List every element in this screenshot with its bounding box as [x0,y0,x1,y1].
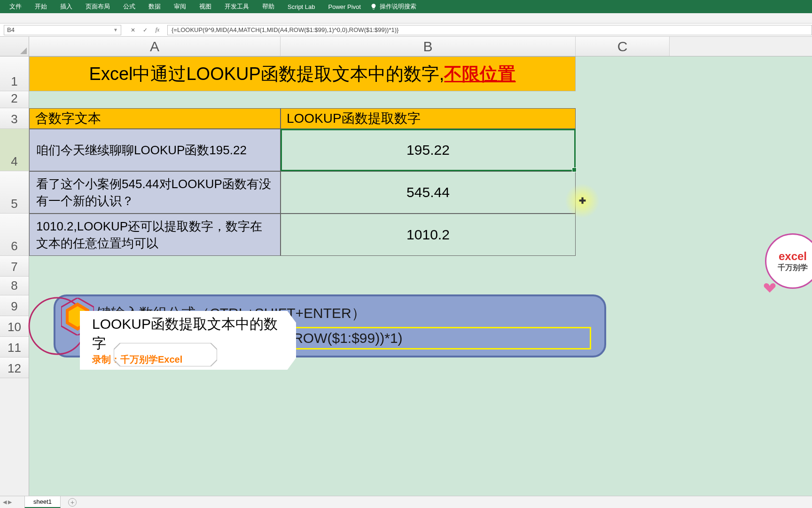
title-black: Excel中通过LOOKUP函数提取文本中的数字, [89,62,445,86]
ribbon-tab-file[interactable]: 文件 [3,0,28,13]
header-B3[interactable]: LOOKUP函数提取数字 [281,108,576,129]
title-red: 不限位置 [444,62,515,86]
cell-B5[interactable]: 545.44 [281,171,576,214]
ribbon-tab-devtools[interactable]: 开发工具 [218,0,256,13]
row-header-6[interactable]: 6 [0,214,29,256]
ribbon-tab-help[interactable]: 帮助 [256,0,281,13]
column-headers: A B C [0,37,812,56]
ribbon-menu: 文件 开始 插入 页面布局 公式 数据 审阅 视图 开发工具 帮助 Script… [0,0,812,13]
col-header-B[interactable]: B [281,37,576,56]
ribbon-tab-powerpivot[interactable]: Power Pivot [322,1,367,12]
ribbon-tab-layout[interactable]: 页面布局 [79,0,117,13]
col-header-C[interactable]: C [576,37,670,56]
ribbon-tab-review[interactable]: 审阅 [167,0,193,13]
ribbon-tab-home[interactable]: 开始 [28,0,54,13]
select-all-corner[interactable] [0,37,29,56]
heart-icon [763,282,776,294]
row-header-3[interactable]: 3 [0,108,29,129]
fx-icon[interactable]: fx [151,26,164,33]
confirm-icon[interactable]: ✓ [139,27,151,33]
formula-bar: B4 ▼ ✕ ✓ fx {=LOOKUP(9^9,MID(A4,MATCH(1,… [0,24,812,37]
formula-bar-buttons: ✕ ✓ fx [123,26,167,33]
row-headers: 1 2 3 4 5 6 7 8 9 10 11 12 [0,56,29,496]
row-header-7[interactable]: 7 [0,256,29,277]
ribbon-toolstrip [0,13,812,24]
row-header-1[interactable]: 1 [0,56,29,91]
ribbon-tab-view[interactable]: 视图 [193,0,218,13]
ribbon-tab-data[interactable]: 数据 [142,0,167,13]
col-header-A[interactable]: A [29,37,281,56]
cell-B4[interactable]: 195.22 [281,129,576,171]
cell-A5[interactable]: 看了这个小案例545.44对LOOKUP函数有没有一个新的认识？ [29,171,281,214]
title-cell[interactable]: Excel中通过LOOKUP函数提取文本中的数字,不限位置 [29,56,576,91]
sheet-tabs-bar: ◀ ▶ sheet1 + [0,496,812,508]
formula-text: {=LOOKUP(9^9,MID(A4,MATCH(1,MID(A4,ROW($… [172,26,398,33]
ribbon-tab-scriptlab[interactable]: Script Lab [281,1,322,12]
small-hexagon-icon [114,343,217,368]
cursor-highlight: ✚ [565,183,600,218]
ribbon-tab-formulas[interactable]: 公式 [117,0,142,13]
cell-A6[interactable]: 1010.2,LOOKUP还可以提取数字，数字在文本的任意位置均可以 [29,214,281,256]
video-banner: LOOKUP函数提取文本中的数字 录制：千万别学Excel [28,304,296,357]
row-header-4[interactable]: 4 [0,129,29,171]
bulb-icon [370,3,377,10]
header-A3[interactable]: 含数字文本 [29,108,281,129]
cursor-plus-icon: ✚ [579,196,586,206]
worksheet-area[interactable]: A B C 1 2 3 4 5 6 7 8 9 10 11 12 Excel中通… [0,37,812,496]
cancel-icon[interactable]: ✕ [127,27,139,33]
row-header-2[interactable]: 2 [0,91,29,108]
tell-me-search[interactable]: 操作说明搜索 [370,2,416,11]
watermark-line2: 千万别学 [778,263,808,273]
sheet-tab-1[interactable]: sheet1 [24,496,61,508]
watermark-line1: excel [779,250,807,263]
sheet-nav-icons[interactable]: ◀ ▶ [3,499,12,505]
name-box-value: B4 [7,26,15,33]
row-header-5[interactable]: 5 [0,171,29,214]
cells-grid: Excel中通过LOOKUP函数提取文本中的数字,不限位置 含数字文本 LOOK… [29,56,812,496]
add-sheet-button[interactable]: + [68,498,77,507]
name-box-dropdown-icon[interactable]: ▼ [113,27,118,32]
tell-me-placeholder: 操作说明搜索 [380,2,416,11]
cell-B6[interactable]: 1010.2 [281,214,576,256]
channel-watermark: excel 千万别学 [760,230,812,295]
formula-input[interactable]: {=LOOKUP(9^9,MID(A4,MATCH(1,MID(A4,ROW($… [167,25,812,35]
row-header-12[interactable]: 12 [0,357,29,378]
cell-A4[interactable]: 咱们今天继续聊聊LOOKUP函数195.22 [29,129,281,171]
ribbon-tab-insert[interactable]: 插入 [54,0,79,13]
name-box[interactable]: B4 ▼ [4,25,121,35]
row-header-8[interactable]: 8 [0,277,29,295]
